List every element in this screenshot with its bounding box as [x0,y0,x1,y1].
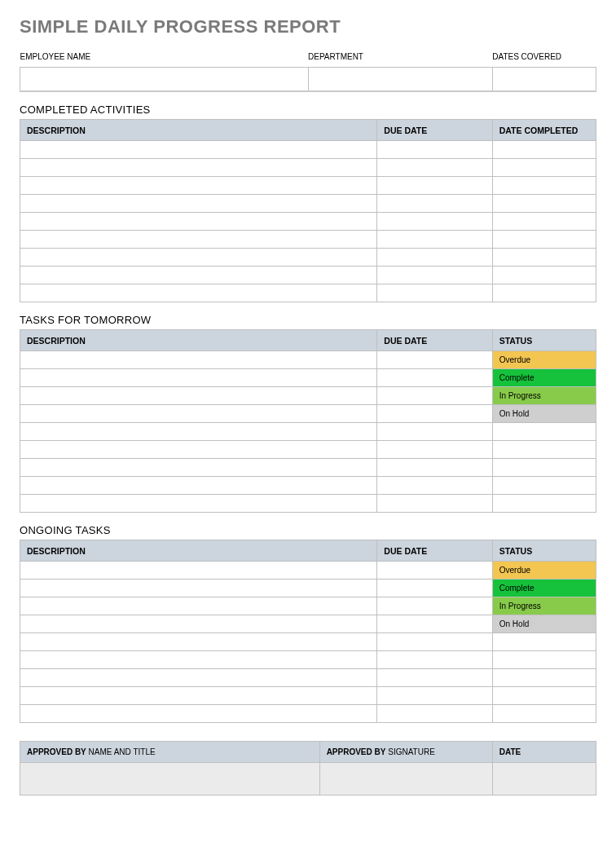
completed-completed-cell[interactable] [492,267,596,284]
ongoing-status-cell[interactable] [492,705,596,723]
employee-name-field[interactable] [20,67,309,91]
completed-description-cell[interactable] [20,177,377,195]
department-field[interactable] [308,67,492,91]
ongoing-due-cell[interactable] [377,633,492,651]
ongoing-description-cell[interactable] [20,633,377,651]
completed-description-cell[interactable] [20,267,377,284]
ongoing-description-cell[interactable] [20,615,377,633]
employee-name-label: EMPLOYEE NAME [20,49,309,67]
completed-completed-cell[interactable] [492,284,596,302]
ongoing-row: Complete [20,580,596,597]
completed-due-cell[interactable] [377,159,492,177]
tomorrow-description-cell[interactable] [20,369,377,387]
ongoing-due-cell[interactable] [377,562,492,580]
completed-due-cell[interactable] [377,195,492,213]
tomorrow-due-cell[interactable] [377,387,492,405]
ongoing-status-cell[interactable]: Complete [492,580,596,597]
ongoing-table: DESCRIPTION DUE DATE STATUS OverdueCompl… [20,540,596,723]
tomorrow-status-cell[interactable] [492,423,596,441]
ongoing-description-cell[interactable] [20,669,377,687]
tomorrow-due-cell[interactable] [377,423,492,441]
tomorrow-due-cell[interactable] [377,459,492,477]
completed-completed-cell[interactable] [492,249,596,267]
ongoing-due-cell[interactable] [377,615,492,633]
tomorrow-status-cell[interactable] [492,477,596,495]
tomorrow-due-cell[interactable] [377,369,492,387]
completed-description-cell[interactable] [20,231,377,249]
ongoing-due-cell[interactable] [377,687,492,705]
tomorrow-status-cell[interactable]: On Hold [492,405,596,423]
completed-description-cell[interactable] [20,141,377,159]
ongoing-description-cell[interactable] [20,687,377,705]
tomorrow-status-cell[interactable] [492,459,596,477]
completed-completed-cell[interactable] [492,159,596,177]
tomorrow-description-cell[interactable] [20,477,377,495]
tomorrow-row [20,459,596,477]
tomorrow-description-cell[interactable] [20,441,377,459]
ongoing-due-cell[interactable] [377,580,492,597]
ongoing-due-cell[interactable] [377,669,492,687]
completed-due-cell[interactable] [377,231,492,249]
completed-description-cell[interactable] [20,284,377,302]
completed-row [20,141,596,159]
completed-completed-cell[interactable] [492,195,596,213]
tomorrow-description-cell[interactable] [20,495,377,513]
ongoing-due-cell[interactable] [377,597,492,615]
completed-description-cell[interactable] [20,195,377,213]
tomorrow-due-cell[interactable] [377,477,492,495]
ongoing-status-cell[interactable]: Overdue [492,562,596,580]
tomorrow-due-cell[interactable] [377,495,492,513]
tomorrow-row: Overdue [20,351,596,369]
page-title: SIMPLE DAILY PROGRESS REPORT [20,16,596,37]
tomorrow-status-cell[interactable] [492,441,596,459]
completed-completed-cell[interactable] [492,213,596,231]
approval-table: APPROVED BY NAME AND TITLE APPROVED BY S… [20,741,596,796]
tomorrow-due-cell[interactable] [377,441,492,459]
ongoing-status-cell[interactable] [492,687,596,705]
tomorrow-due-cell[interactable] [377,405,492,423]
ongoing-description-cell[interactable] [20,651,377,669]
tomorrow-header-status: STATUS [492,330,596,351]
approval-date-field[interactable] [492,763,596,796]
completed-due-cell[interactable] [377,141,492,159]
dates-covered-field[interactable] [492,67,596,91]
completed-completed-cell[interactable] [492,141,596,159]
tomorrow-description-cell[interactable] [20,351,377,369]
ongoing-description-cell[interactable] [20,597,377,615]
ongoing-status-cell[interactable] [492,651,596,669]
completed-due-cell[interactable] [377,267,492,284]
completed-due-cell[interactable] [377,284,492,302]
completed-completed-cell[interactable] [492,231,596,249]
ongoing-status-cell[interactable] [492,669,596,687]
approval-signature-field[interactable] [319,763,492,796]
ongoing-description-cell[interactable] [20,562,377,580]
ongoing-due-cell[interactable] [377,651,492,669]
completed-due-cell[interactable] [377,177,492,195]
tomorrow-status-cell[interactable]: Complete [492,369,596,387]
ongoing-status-cell[interactable] [492,633,596,651]
tomorrow-description-cell[interactable] [20,423,377,441]
approval-name-title-field[interactable] [20,763,320,796]
completed-description-cell[interactable] [20,213,377,231]
tomorrow-row [20,495,596,513]
tomorrow-due-cell[interactable] [377,351,492,369]
completed-completed-cell[interactable] [492,177,596,195]
ongoing-row: Overdue [20,562,596,580]
completed-due-cell[interactable] [377,213,492,231]
department-label: DEPARTMENT [308,49,492,67]
ongoing-status-cell[interactable]: On Hold [492,615,596,633]
ongoing-description-cell[interactable] [20,580,377,597]
completed-description-cell[interactable] [20,249,377,267]
tomorrow-status-cell[interactable] [492,495,596,513]
ongoing-status-cell[interactable]: In Progress [492,597,596,615]
tomorrow-description-cell[interactable] [20,405,377,423]
tomorrow-status-cell[interactable]: In Progress [492,387,596,405]
ongoing-description-cell[interactable] [20,705,377,723]
tomorrow-description-cell[interactable] [20,459,377,477]
tomorrow-status-cell[interactable]: Overdue [492,351,596,369]
completed-description-cell[interactable] [20,159,377,177]
tomorrow-description-cell[interactable] [20,387,377,405]
ongoing-due-cell[interactable] [377,705,492,723]
completed-row [20,231,596,249]
completed-due-cell[interactable] [377,249,492,267]
